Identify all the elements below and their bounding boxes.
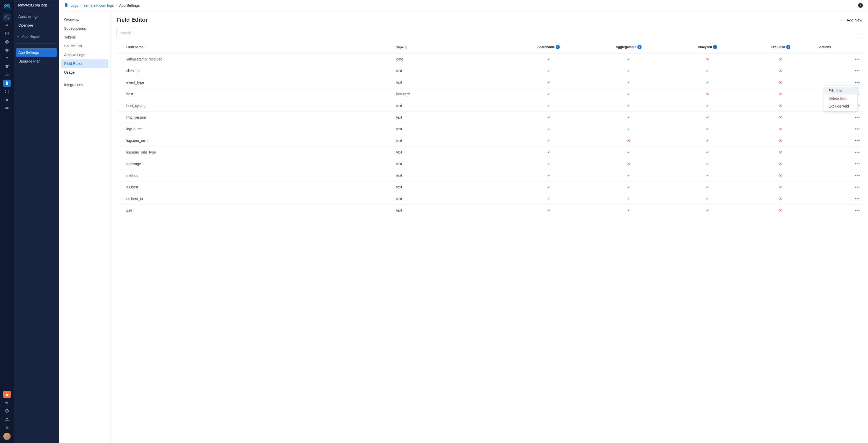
rail-megaphone-icon[interactable] [3,399,10,406]
ctx-edit-field[interactable]: Edit field [824,87,858,95]
cell-type: text [394,112,511,123]
rail-logs-icon[interactable] [3,79,10,87]
check-icon: ✓ [627,80,630,84]
row-context-menu: Edit fieldDelete fieldExclude field [824,86,858,111]
row-actions-button[interactable]: ••• [855,80,860,84]
cell-aggregatable: ✓ [586,170,671,181]
rail-chart-icon[interactable] [3,71,10,78]
settings-nav-link[interactable]: Overview [61,15,108,24]
add-new-button[interactable]: ＋ Add New [840,18,862,22]
ctx-exclude-field[interactable]: Exclude field [824,102,858,110]
column-header-analyzed[interactable]: Analyzedi [671,43,744,54]
search-input[interactable] [117,28,862,38]
check-icon: ✓ [547,173,550,177]
settings-nav-link[interactable]: Usage [61,68,108,76]
cell-aggregatable: ✓ [586,123,671,135]
rail-robot-icon[interactable] [3,96,10,103]
cell-searchable: ✓ [511,100,586,112]
brand-logo[interactable] [3,2,11,10]
row-actions-button[interactable]: ••• [855,139,860,143]
fields-table: Field name↑ Type⇅ Searchablei Aggregatab… [117,43,862,216]
row-actions-button[interactable]: ••• [855,115,860,120]
check-icon: ✓ [706,104,709,108]
row-actions-button[interactable]: ••• [855,185,860,189]
sidebar-item[interactable]: Upgrade Plan [16,57,57,65]
rail-flag-icon[interactable] [3,55,10,62]
check-icon: ✓ [547,92,550,96]
check-icon: ✓ [547,162,550,166]
cell-aggregatable: ✓ [586,77,671,89]
row-actions-button[interactable]: ••• [855,208,860,212]
settings-nav-link[interactable]: Archive Logs [61,50,108,59]
rail-grid-icon[interactable] [3,30,10,37]
svg-point-25 [7,100,8,100]
info-icon[interactable]: i [556,45,560,49]
sidebar-item[interactable]: App Settings [16,48,57,57]
settings-nav-link[interactable]: Field Editor [61,60,108,68]
settings-nav-link[interactable]: Tokens [61,33,108,41]
breadcrumb-link-logs[interactable]: Logs [70,3,78,7]
column-header-searchable[interactable]: Searchablei [511,43,586,54]
rail-avatar[interactable] [3,433,10,440]
cell-field-name: logsene_error [117,135,394,146]
rail-globe-icon[interactable] [3,38,10,45]
rail-search-icon[interactable] [3,13,10,21]
search-chevron-down-icon[interactable]: ⌄ [856,31,859,35]
settings-nav-link[interactable]: Integrations [61,81,108,89]
cell-type: date [394,54,511,65]
rail-archive-icon[interactable] [3,63,10,70]
sidebar-report-item[interactable]: Apache logs [16,12,57,21]
ctx-delete-field[interactable]: Delete field [824,95,858,102]
topbar-help-icon[interactable]: ? [858,3,863,8]
row-actions-button[interactable]: ••• [855,69,860,73]
breadcrumb-link-app[interactable]: sematext.com logs [84,3,114,7]
row-actions-button[interactable]: ••• [855,127,860,131]
breadcrumb-logs-icon [64,3,68,8]
cross-icon: ✕ [779,208,782,212]
app-selector[interactable]: sematext.com logs ⌄ [14,0,59,10]
column-header-aggregatable[interactable]: Aggregatablei [586,43,671,54]
sort-asc-icon: ↑ [144,45,146,49]
rail-help-icon[interactable] [3,407,10,415]
row-actions-button[interactable]: ••• [855,197,860,201]
info-icon[interactable]: i [638,45,642,49]
row-actions-button[interactable]: ••• [855,150,860,154]
cell-field-name: path [117,205,394,216]
svg-rect-17 [7,50,7,51]
column-header-field-name[interactable]: Field name↑ [117,43,394,54]
sidebar-report-item[interactable]: Opensee [16,21,57,30]
info-icon[interactable]: i [786,45,790,49]
column-header-excluded[interactable]: Excludedi [744,43,817,54]
rail-team-icon[interactable] [3,416,10,423]
rail-gift-icon[interactable] [3,391,10,398]
row-actions-button[interactable]: ••• [855,57,860,61]
cross-icon: ✕ [779,139,782,143]
row-actions-button[interactable]: ••• [855,162,860,166]
cell-excluded: ✕ [744,170,817,181]
check-icon: ✓ [547,69,550,73]
rail-rocket-icon[interactable] [3,22,10,29]
table-row: os.hosttext✓✓✓✕••• [117,181,862,193]
rail-fullscreen-icon[interactable] [3,88,10,95]
settings-nav-link[interactable]: Subscriptions [61,24,108,33]
svg-rect-10 [8,33,8,34]
cross-icon: ✕ [779,162,782,166]
cell-analyzed: ✓ [671,65,744,77]
svg-point-2 [5,5,6,6]
info-icon[interactable]: i [713,45,717,49]
rail-settings-icon[interactable] [3,424,10,431]
check-icon: ✓ [627,115,630,120]
add-report-button[interactable]: ＋ Add Report [14,32,59,41]
rail-alert-icon[interactable] [3,46,10,54]
settings-nav-link[interactable]: Source IPs [61,42,108,50]
rail-game-icon[interactable] [3,104,10,112]
cell-analyzed: ✓ [671,205,744,216]
cell-type: keyword [394,89,511,100]
cell-type: text [394,158,511,170]
svg-rect-8 [5,33,6,34]
svg-rect-6 [6,32,7,33]
row-actions-button[interactable]: ••• [855,173,860,177]
cross-icon: ✕ [779,57,782,61]
column-header-type[interactable]: Type⇅ [394,43,511,54]
cell-aggregatable: ✕ [586,135,671,146]
